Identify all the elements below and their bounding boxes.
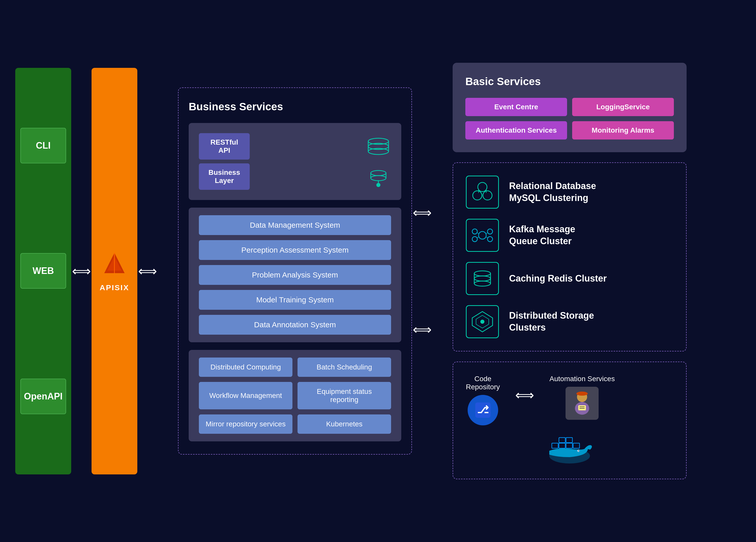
code-repo-label: CodeRepository [466,375,500,391]
redis-icon [466,262,499,295]
svg-rect-46 [552,443,558,448]
apisix-logo: APISIX [100,250,129,292]
svg-rect-50 [566,437,572,443]
arrow-mid-right: ⟺ [413,322,432,337]
apisix-icon [102,250,127,281]
basic-services-panel: Basic Services Event Centre LoggingServi… [453,63,687,152]
openapi-item[interactable]: OpenAPI [20,379,66,414]
svg-point-30 [474,281,491,286]
cli-item[interactable]: CLI [20,128,66,163]
mysql-label: Relational DatabaseMySQL Clustering [509,180,596,204]
kafka-icon [466,219,499,252]
svg-rect-40 [576,393,588,394]
basic-services-title: Basic Services [465,76,674,88]
business-services-box: Business Services RESTful API Business L… [178,87,412,455]
svg-rect-49 [559,437,565,443]
svg-point-15 [473,191,482,200]
web-label: WEB [33,266,54,276]
svg-point-22 [472,237,477,242]
logging-service-badge[interactable]: LoggingService [572,98,674,116]
basic-services-grid: Event Centre LoggingService Authenticati… [465,98,674,140]
web-item[interactable]: WEB [20,253,66,289]
data-annotation-btn[interactable]: Data Annotation System [199,315,391,335]
auth-services-badge[interactable]: Authentication Services [465,121,567,140]
svg-point-14 [478,183,487,192]
event-centre-badge[interactable]: Event Centre [465,98,567,116]
kubernetes-btn[interactable]: Kubernetes [298,414,391,434]
svg-point-53 [578,450,579,451]
db-gear-icon [366,164,391,190]
storage-label: Distributed StorageClusters [509,310,594,334]
business-layer-box: Business Layer [199,163,250,190]
mysql-item: Relational DatabaseMySQL Clustering [466,176,673,209]
svg-point-29 [474,276,491,281]
workflow-management-btn[interactable]: Workflow Management [199,382,292,409]
kafka-item: Kafka MessageQueue Cluster [466,219,673,252]
code-repo-box: CodeRepository ⎇ [466,375,500,425]
data-management-btn[interactable]: Data Management System [199,215,391,235]
bs-bottom-section: Distributed Computing Batch Scheduling W… [189,350,401,441]
perception-assessment-btn[interactable]: Perception Assessment System [199,240,391,260]
main-container: CLI WEB OpenAPI ⟺ APISIX ⟺ Business Serv… [0,0,756,542]
monitoring-alarms-badge[interactable]: Monitoring Alarms [572,121,674,140]
left-panel: CLI WEB OpenAPI [15,68,71,474]
distributed-computing-btn[interactable]: Distributed Computing [199,357,292,377]
svg-rect-48 [566,443,572,448]
bs-top-section: RESTful API Business Layer [189,123,401,200]
svg-rect-47 [559,443,565,448]
bs-icons [366,134,391,190]
storage-item: Distributed StorageClusters [466,305,673,338]
mysql-icon [466,176,499,209]
business-services-title: Business Services [189,101,401,113]
arrow-left-apisix: ⟺ [71,264,92,279]
equipment-status-btn[interactable]: Equipment status reporting [298,382,391,409]
bs-middle-section: Data Management System Perception Assess… [189,208,401,342]
mirror-repo-btn[interactable]: Mirror repository services [199,414,292,434]
problem-analysis-btn[interactable]: Problem Analysis System [199,265,391,285]
arrow-apisix-business: ⟺ [137,264,158,279]
right-arrows: ⟺ ⟺ [412,68,432,474]
arrow-top-right: ⟺ [413,205,432,220]
svg-rect-42 [578,405,586,410]
svg-point-9 [371,176,386,181]
kafka-label: Kafka MessageQueue Cluster [509,223,575,247]
svg-point-23 [487,237,493,242]
cli-label: CLI [36,140,51,151]
automation-label: Automation Services [550,375,615,383]
automation-box: Automation Services [550,375,615,420]
svg-point-20 [472,229,477,234]
redis-label: Caching Redis Cluster [509,272,607,284]
right-panels: Basic Services Event Centre LoggingServi… [453,63,687,479]
svg-point-35 [480,320,484,324]
docker-icon-box [466,433,673,466]
code-auto-panel: CodeRepository ⎇ ⟺ Automation Services [453,361,687,479]
restful-api-box: RESTful API [199,133,250,160]
api-stack: RESTful API Business Layer [199,133,250,190]
git-icon: ⎇ [468,395,498,425]
layers-icon [366,134,391,159]
openapi-label: OpenAPI [24,391,63,402]
svg-point-19 [479,232,486,239]
automation-icon [566,387,599,420]
business-services-wrapper: Business Services RESTful API Business L… [178,87,412,455]
svg-point-8 [371,171,386,176]
apisix-label: APISIX [100,283,129,292]
svg-point-21 [487,229,493,234]
storage-icon [466,305,499,338]
svg-text:⎇: ⎇ [477,404,489,415]
model-training-btn[interactable]: Model Training System [199,290,391,310]
apisix-bar: APISIX [92,68,137,474]
svg-point-28 [474,271,491,276]
code-auto-top: CodeRepository ⎇ ⟺ Automation Services [466,375,673,425]
db-panel: Relational DatabaseMySQL Clustering [453,162,687,351]
redis-item: Caching Redis Cluster [466,262,673,295]
svg-point-13 [376,183,380,187]
code-auto-arrow: ⟺ [515,375,534,403]
svg-rect-51 [573,443,580,448]
batch-scheduling-btn[interactable]: Batch Scheduling [298,357,391,377]
docker-icon [544,433,595,466]
svg-point-16 [483,191,492,200]
